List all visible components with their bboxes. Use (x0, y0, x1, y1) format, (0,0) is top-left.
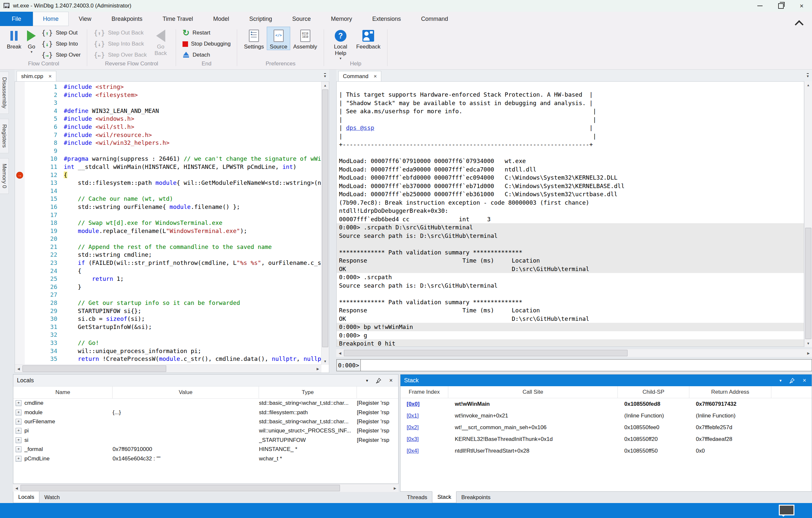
expand-icon[interactable]: + (16, 456, 22, 462)
tab-shim-cpp[interactable]: shim.cpp × (17, 71, 56, 81)
code-line[interactable]: std::filesystem::path module{ wil::GetMo… (64, 179, 321, 187)
feedback-bubble-icon[interactable] (779, 505, 794, 515)
code-line[interactable] (64, 291, 321, 299)
source-button[interactable]: Source (267, 27, 290, 50)
stack-frame-row[interactable]: [0x1]wt!invoke_main+0x21(Inline Function… (401, 410, 812, 422)
locals-row[interactable]: +si_STARTUPINFOW[Register 'rsp (13, 436, 398, 445)
source-editor[interactable]: → 12345678910111213141516171819202122232… (14, 81, 329, 373)
step-out-button[interactable]: ↑ Step Out (39, 27, 83, 38)
code-region[interactable]: → 12345678910111213141516171819202122232… (15, 82, 321, 365)
command-output[interactable]: | This target supports Hardware-enforced… (337, 81, 804, 347)
code-line[interactable]: return 1; (64, 275, 321, 283)
step-into-back-button[interactable]: ↓ Step Into Back (91, 38, 149, 50)
bottom-tab-threads[interactable]: Threads (402, 492, 432, 503)
local-help-button[interactable]: ? Local Help ▾ (328, 27, 353, 60)
locals-column-header-type[interactable]: Type (259, 386, 357, 398)
ribbon-tab-breakpoints[interactable]: Breakpoints (102, 12, 152, 26)
stack-column-header-child-sp[interactable]: Child-SP (618, 386, 689, 398)
pane-menu-icon[interactable] (324, 74, 326, 79)
settings-button[interactable]: Settings (241, 27, 267, 50)
step-over-button[interactable]: → Step Over (39, 50, 83, 60)
scrollbar-thumb[interactable] (21, 485, 340, 491)
detach-button[interactable]: Detach (180, 50, 233, 60)
close-icon[interactable]: × (803, 377, 806, 384)
locals-horizontal-scrollbar[interactable]: ◀ ▶ (13, 484, 399, 492)
stop-debugging-button[interactable]: Stop Debugging (180, 38, 233, 50)
expand-icon[interactable]: + (16, 410, 22, 415)
close-icon[interactable]: × (49, 74, 52, 79)
scroll-up-icon[interactable]: ▲ (321, 82, 329, 89)
code-line[interactable]: si.cb = sizeof(si); (64, 315, 321, 323)
side-tab-registers[interactable]: Registers (0, 119, 9, 153)
code-line[interactable]: int __stdcall wWinMain(HINSTANCE, HINSTA… (64, 163, 321, 171)
code-line[interactable] (64, 147, 321, 155)
code-line[interactable]: // Cache our name (wt, wtd) (64, 195, 321, 203)
code-line[interactable] (64, 331, 321, 339)
code-line[interactable]: { (64, 267, 321, 275)
locals-row[interactable]: +_formal0x7ff607910000HINSTANCE_ * (13, 445, 398, 454)
expand-icon[interactable]: + (16, 419, 22, 425)
scroll-left-icon[interactable]: ◀ (15, 365, 22, 373)
side-tab-memory-0[interactable]: Memory 0 (0, 158, 9, 194)
stack-frame-row[interactable]: [0x2]wt!__scrt_common_main_seh+0x1060x10… (401, 422, 812, 433)
ribbon-tab-model[interactable]: Model (203, 12, 239, 26)
go-button[interactable]: Go ▾ (24, 27, 39, 53)
stack-frame-row[interactable]: [0x0]wt!wWinMain0x108550fed80x7ff6079174… (401, 398, 812, 410)
stack-column-header-frame-index[interactable]: Frame Index (401, 386, 448, 398)
code-line[interactable]: STARTUPINFOW si{}; (64, 307, 321, 315)
minimize-button[interactable] (750, 0, 771, 12)
expand-icon[interactable]: + (16, 400, 22, 406)
go-back-button[interactable]: Go Back (149, 27, 172, 57)
scrollbar-thumb[interactable] (322, 89, 328, 347)
step-into-button[interactable]: ↓ Step Into (39, 38, 83, 50)
expand-icon[interactable]: + (16, 428, 22, 434)
pin-icon[interactable] (376, 378, 381, 383)
stack-column-header-return-address[interactable]: Return Address (689, 386, 771, 398)
code-line[interactable]: #define WIN32_LEAN_AND_MEAN (64, 107, 321, 115)
locals-row[interactable]: +pCmdLine0x1465e604c32 : ""wchar_t * (13, 454, 398, 463)
ribbon-tab-source[interactable]: Source (282, 12, 321, 26)
ribbon-tab-time-travel[interactable]: Time Travel (152, 12, 203, 26)
frame-index-link[interactable]: [0x2] (401, 424, 448, 431)
code-line[interactable]: #include <wil/win32_helpers.h> (64, 139, 321, 147)
scrollbar-thumb[interactable] (805, 228, 811, 339)
scroll-right-icon[interactable]: ▶ (314, 365, 321, 373)
code-line[interactable]: // Get our startup info so it can be for… (64, 299, 321, 307)
restore-button[interactable] (771, 0, 791, 12)
current-line-breakpoint-marker[interactable]: → (16, 172, 23, 179)
stack-column-header-call-site[interactable]: Call Site (448, 386, 618, 398)
tab-command[interactable]: Command × (338, 71, 381, 81)
scroll-left-icon[interactable]: ◀ (337, 349, 344, 357)
scroll-down-icon[interactable]: ▼ (321, 357, 329, 365)
stack-frame-row[interactable]: [0x3]KERNEL32!BaseThreadInitThunk+0x1d0x… (401, 433, 812, 445)
code-line[interactable] (64, 99, 321, 107)
code-line[interactable]: #include <windows.h> (64, 115, 321, 123)
bottom-tab-stack[interactable]: Stack (432, 491, 457, 503)
ribbon-tab-view[interactable]: View (69, 12, 102, 26)
locals-row[interactable]: +module{...}std::filesystem::path[Regist… (13, 408, 398, 417)
frame-index-link[interactable]: [0x0] (401, 401, 448, 407)
scroll-up-icon[interactable]: ▲ (805, 81, 812, 88)
code-line[interactable] (64, 211, 321, 219)
command-input[interactable] (360, 359, 812, 371)
step-out-back-button[interactable]: ↑ Step Out Back (91, 27, 149, 38)
break-button[interactable]: Break (4, 27, 24, 50)
code-line[interactable]: // Go! (64, 339, 321, 347)
ribbon-tab-scripting[interactable]: Scripting (239, 12, 282, 26)
frame-index-link[interactable]: [0x4] (401, 448, 448, 454)
code-line[interactable]: GetStartupInfoW(&si); (64, 323, 321, 331)
code-line[interactable]: wil::unique_process_information pi; (64, 347, 321, 355)
side-tab-disassembly[interactable]: Disassembly (0, 71, 9, 114)
code-line[interactable]: #include <wil/stl.h> (64, 123, 321, 131)
code-line[interactable]: // Append the rest of the commandline to… (64, 243, 321, 251)
scroll-right-icon[interactable]: ▶ (392, 484, 399, 492)
close-icon[interactable]: × (389, 377, 393, 384)
expand-icon[interactable]: + (16, 447, 22, 452)
editor-vertical-scrollbar[interactable]: ▲ ▼ (321, 82, 329, 365)
scroll-right-icon[interactable]: ▶ (805, 349, 812, 357)
close-icon[interactable]: × (374, 74, 377, 79)
pin-icon[interactable] (789, 378, 795, 383)
code-line[interactable]: #include <string> (64, 83, 321, 91)
frame-index-link[interactable]: [0x1] (401, 412, 448, 419)
scroll-down-icon[interactable]: ▼ (805, 340, 812, 347)
